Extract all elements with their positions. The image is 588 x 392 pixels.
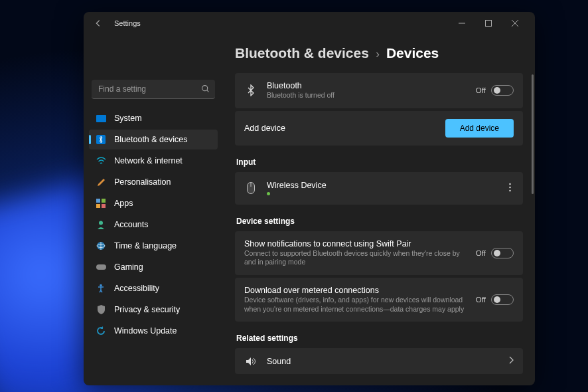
sidebar-item-label: Personalisation: [114, 177, 171, 187]
metered-toggle[interactable]: [491, 294, 514, 305]
sidebar-item-personalisation[interactable]: Personalisation: [89, 172, 218, 192]
back-button[interactable]: [90, 15, 106, 31]
breadcrumb: Bluetooth & devices › Devices: [235, 45, 523, 61]
toggle-state-label: Off: [476, 296, 486, 304]
toggle-state-label: Off: [476, 249, 486, 257]
sidebar-item-network[interactable]: Network & internet: [89, 151, 218, 171]
section-heading-input: Input: [236, 157, 523, 167]
svg-rect-11: [96, 264, 106, 270]
device-name: Wireless Device: [267, 181, 497, 190]
card-title: Add device: [244, 124, 436, 133]
sidebar-item-label: Gaming: [114, 262, 143, 272]
app-title: Settings: [114, 19, 141, 27]
svg-point-17: [509, 189, 511, 191]
brush-icon: [96, 177, 106, 187]
sidebar-item-privacy[interactable]: Privacy & security: [89, 300, 218, 320]
close-button[interactable]: [502, 14, 528, 33]
titlebar: Settings: [84, 12, 535, 35]
sidebar-item-label: Bluetooth & devices: [114, 135, 188, 144]
sidebar-item-label: Time & language: [114, 241, 177, 250]
sidebar-item-apps[interactable]: Apps: [89, 193, 218, 213]
card-subtitle: Bluetooth is turned off: [267, 91, 467, 100]
breadcrumb-parent[interactable]: Bluetooth & devices: [235, 45, 369, 61]
sidebar-item-system[interactable]: System: [89, 108, 218, 128]
svg-point-8: [99, 221, 103, 225]
main-content[interactable]: Bluetooth & devices › Devices Bluetooth …: [223, 35, 535, 385]
svg-rect-4: [96, 199, 100, 203]
accessibility-icon: [96, 283, 106, 294]
sound-icon: [244, 357, 257, 366]
sidebar-item-accounts[interactable]: Accounts: [89, 215, 218, 235]
sidebar-item-windows-update[interactable]: Windows Update: [89, 321, 218, 341]
sidebar-item-label: Network & internet: [114, 156, 183, 165]
section-heading-device-settings: Device settings: [236, 217, 523, 226]
card-title: Sound: [267, 357, 499, 366]
sidebar-item-label: Accounts: [114, 220, 148, 229]
bluetooth-icon: [96, 134, 106, 145]
wifi-icon: [96, 155, 106, 166]
add-device-button[interactable]: Add device: [445, 119, 514, 138]
sidebar-item-accessibility[interactable]: Accessibility: [89, 278, 218, 298]
close-icon: [512, 20, 518, 27]
svg-rect-5: [102, 199, 106, 203]
mouse-icon: [244, 182, 257, 194]
section-heading-related: Related settings: [236, 334, 523, 343]
search-icon: [201, 84, 210, 95]
maximize-button[interactable]: [475, 14, 502, 33]
search-input[interactable]: [92, 80, 215, 99]
card-subtitle: Connect to supported Bluetooth devices q…: [244, 249, 467, 267]
bluetooth-toggle[interactable]: [491, 85, 514, 96]
globe-icon: [96, 241, 106, 251]
add-device-card: Add device Add device: [235, 111, 523, 146]
chevron-right-icon: ›: [376, 47, 380, 61]
device-more-button[interactable]: [506, 180, 514, 197]
sidebar-item-label: Accessibility: [114, 284, 159, 293]
update-icon: [96, 326, 106, 336]
svg-rect-6: [96, 204, 100, 208]
toggle-state-label: Off: [476, 86, 486, 94]
bluetooth-card: Bluetooth Bluetooth is turned off Off: [235, 73, 523, 108]
swift-pair-toggle[interactable]: [491, 248, 514, 258]
svg-point-15: [509, 183, 511, 185]
input-device-card[interactable]: Wireless Device: [235, 172, 523, 205]
system-icon: [96, 113, 106, 124]
status-dot-icon: [267, 192, 270, 195]
svg-point-16: [509, 186, 511, 188]
shield-icon: [96, 304, 106, 315]
minimize-icon: [459, 20, 465, 27]
card-title: Bluetooth: [267, 81, 467, 90]
minimize-button[interactable]: [449, 14, 475, 33]
arrow-left-icon: [94, 19, 103, 28]
sidebar-item-time-language[interactable]: Time & language: [89, 236, 218, 256]
card-subtitle: Device software (drivers, info, and apps…: [244, 296, 467, 314]
card-title: Download over metered connections: [244, 286, 467, 295]
sidebar-item-label: Apps: [114, 199, 133, 208]
svg-point-1: [202, 85, 208, 90]
settings-window: Settings System: [84, 12, 535, 385]
svg-point-12: [100, 284, 102, 287]
sidebar-item-label: Privacy & security: [114, 305, 180, 314]
swift-pair-card: Show notifications to connect using Swif…: [235, 231, 523, 275]
sidebar-item-label: System: [114, 114, 142, 123]
gaming-icon: [96, 262, 106, 272]
card-title: Show notifications to connect using Swif…: [244, 239, 467, 248]
sidebar-item-label: Windows Update: [114, 326, 177, 336]
more-vertical-icon: [509, 183, 511, 192]
breadcrumb-current: Devices: [386, 45, 439, 61]
apps-icon: [96, 198, 106, 209]
sidebar: System Bluetooth & devices Network & int…: [84, 35, 223, 385]
bluetooth-icon: [244, 84, 257, 96]
person-icon: [96, 219, 106, 230]
svg-rect-7: [102, 204, 106, 208]
scrollbar[interactable]: [532, 74, 534, 194]
sidebar-item-bluetooth-devices[interactable]: Bluetooth & devices: [89, 130, 218, 149]
svg-rect-2: [96, 115, 106, 122]
metered-card: Download over metered connections Device…: [235, 278, 523, 322]
sidebar-item-gaming[interactable]: Gaming: [89, 257, 218, 277]
sound-card[interactable]: Sound: [235, 348, 523, 374]
chevron-right-icon: [508, 356, 514, 366]
svg-rect-0: [486, 21, 492, 27]
maximize-icon: [485, 20, 492, 27]
